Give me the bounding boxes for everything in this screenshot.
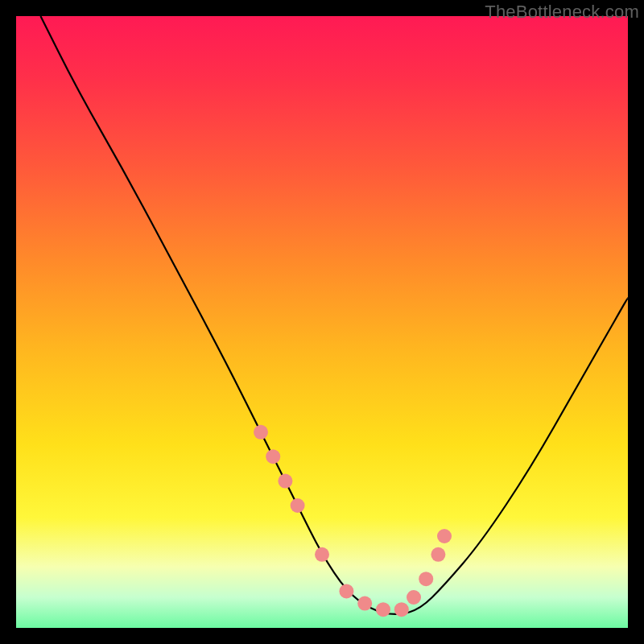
highlight-dot — [315, 547, 329, 562]
highlight-dot — [266, 449, 280, 464]
chart-frame: TheBottleneck.com — [0, 0, 644, 644]
highlight-dot — [291, 498, 305, 513]
highlight-dots — [254, 425, 452, 617]
watermark-text: TheBottleneck.com — [485, 2, 639, 23]
highlight-dot — [419, 572, 433, 586]
highlight-dot — [407, 590, 421, 605]
highlight-dot — [357, 597, 372, 611]
highlight-dot — [278, 474, 292, 489]
chart-plot-area — [16, 16, 628, 628]
bottleneck-curve — [40, 16, 628, 614]
highlight-dot — [431, 547, 445, 562]
highlight-dot — [437, 529, 452, 543]
highlight-dot — [254, 425, 268, 440]
highlight-dot — [376, 602, 390, 617]
highlight-dot — [394, 602, 409, 617]
highlight-dot — [339, 584, 353, 598]
chart-svg — [16, 16, 628, 628]
